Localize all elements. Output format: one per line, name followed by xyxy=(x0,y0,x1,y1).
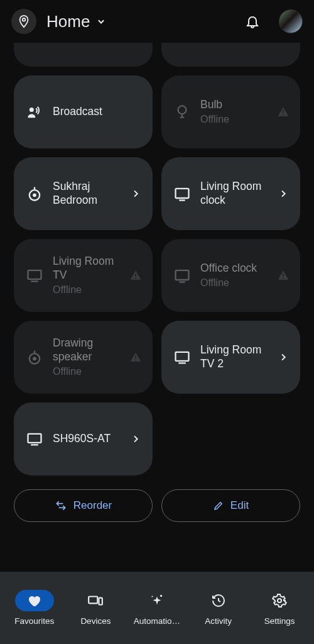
action-row: Reorder Edit xyxy=(0,475,314,522)
nav-label: Automatio… xyxy=(134,616,180,626)
nav-activity[interactable]: Activity xyxy=(188,590,249,626)
sparkle-icon xyxy=(138,590,176,611)
warning-icon xyxy=(129,269,143,282)
notifications-button[interactable] xyxy=(244,13,261,30)
bottom-nav: Favourites Devices Automatio… Ac xyxy=(0,572,314,644)
chevron-right-icon xyxy=(129,432,143,446)
edit-button[interactable]: Edit xyxy=(161,489,300,522)
tv-icon xyxy=(25,430,44,448)
favourites-grid: Broadcast Bulb Offline xyxy=(0,43,314,475)
tile-sh960s-at[interactable]: SH960S-AT xyxy=(14,402,153,475)
svg-rect-25 xyxy=(176,352,189,361)
tv-icon xyxy=(25,266,44,285)
pencil-icon xyxy=(213,500,224,511)
tile-living-room-tv-2[interactable]: Living Room TV 2 xyxy=(161,321,300,394)
home-location-icon[interactable] xyxy=(11,9,36,34)
svg-point-1 xyxy=(30,108,34,112)
edit-label: Edit xyxy=(230,499,249,512)
tile-office-clock[interactable]: Office clock Offline xyxy=(161,239,300,312)
warning-icon xyxy=(276,105,290,119)
tile-label: Living Room TV Offline xyxy=(53,255,120,296)
tile-label: Living Room clock xyxy=(200,180,268,208)
tile-label: SH960S-AT xyxy=(53,432,120,446)
tile-living-room-clock[interactable]: Living Room clock xyxy=(161,157,300,230)
speaker-icon xyxy=(25,348,44,367)
chevron-down-icon xyxy=(95,15,107,28)
warning-icon xyxy=(276,269,290,282)
tile-label: Bulb Offline xyxy=(200,98,268,126)
partial-tile[interactable] xyxy=(14,43,153,67)
svg-rect-19 xyxy=(283,277,284,279)
reorder-icon xyxy=(55,499,67,512)
tile-broadcast[interactable]: Broadcast xyxy=(14,75,153,148)
gear-icon xyxy=(260,590,299,611)
svg-rect-24 xyxy=(135,359,136,360)
svg-point-31 xyxy=(160,595,162,597)
svg-point-0 xyxy=(23,18,26,21)
chevron-right-icon xyxy=(129,187,143,201)
warning-icon xyxy=(129,350,143,364)
nav-devices[interactable]: Devices xyxy=(65,590,127,626)
svg-point-32 xyxy=(151,596,153,597)
tile-label: Drawing speaker Offline xyxy=(53,336,120,378)
tile-living-room-tv[interactable]: Living Room TV Offline xyxy=(14,239,153,312)
svg-rect-6 xyxy=(283,114,284,115)
chevron-right-icon xyxy=(276,187,290,201)
reorder-label: Reorder xyxy=(73,499,112,512)
tile-label: Living Room TV 2 xyxy=(200,343,268,371)
devices-icon xyxy=(76,590,115,611)
header: Home xyxy=(0,0,314,43)
reorder-button[interactable]: Reorder xyxy=(14,489,153,522)
display-icon xyxy=(173,184,192,203)
tile-label: Broadcast xyxy=(53,105,143,119)
svg-rect-14 xyxy=(135,274,136,277)
svg-rect-10 xyxy=(176,189,189,198)
bulb-icon xyxy=(173,103,192,121)
svg-rect-5 xyxy=(283,111,284,113)
speaker-icon xyxy=(25,184,44,203)
svg-rect-30 xyxy=(99,598,102,605)
home-selector[interactable]: Home xyxy=(44,12,107,31)
nav-label: Favourites xyxy=(14,616,54,626)
svg-rect-16 xyxy=(176,270,189,280)
nav-automations[interactable]: Automatio… xyxy=(126,590,188,626)
svg-rect-15 xyxy=(135,277,136,279)
svg-rect-23 xyxy=(135,356,136,358)
nav-favourites[interactable]: Favourites xyxy=(4,590,65,626)
chevron-right-icon xyxy=(276,350,290,364)
tv-icon xyxy=(173,348,192,367)
tile-label: Office clock Offline xyxy=(200,262,268,289)
svg-point-2 xyxy=(178,106,187,114)
svg-rect-29 xyxy=(89,597,98,604)
nav-settings[interactable]: Settings xyxy=(249,590,310,626)
home-title: Home xyxy=(46,12,90,31)
tile-label: Sukhraj Bedroom xyxy=(53,180,120,208)
heart-icon xyxy=(15,590,54,611)
history-icon xyxy=(199,590,238,611)
svg-point-8 xyxy=(33,194,36,197)
svg-rect-12 xyxy=(28,270,41,279)
nav-label: Activity xyxy=(205,616,232,626)
broadcast-icon xyxy=(25,103,44,121)
svg-point-33 xyxy=(278,599,281,602)
tile-drawing-speaker[interactable]: Drawing speaker Offline xyxy=(14,321,153,394)
partial-tile[interactable] xyxy=(161,43,300,67)
svg-rect-18 xyxy=(283,274,284,277)
display-icon xyxy=(173,266,192,285)
svg-rect-27 xyxy=(28,434,41,443)
avatar[interactable] xyxy=(279,9,303,33)
tile-sukhraj-bedroom[interactable]: Sukhraj Bedroom xyxy=(14,157,153,230)
svg-point-21 xyxy=(33,358,36,360)
nav-label: Settings xyxy=(264,616,295,626)
tile-bulb[interactable]: Bulb Offline xyxy=(161,75,300,148)
nav-label: Devices xyxy=(80,616,111,626)
